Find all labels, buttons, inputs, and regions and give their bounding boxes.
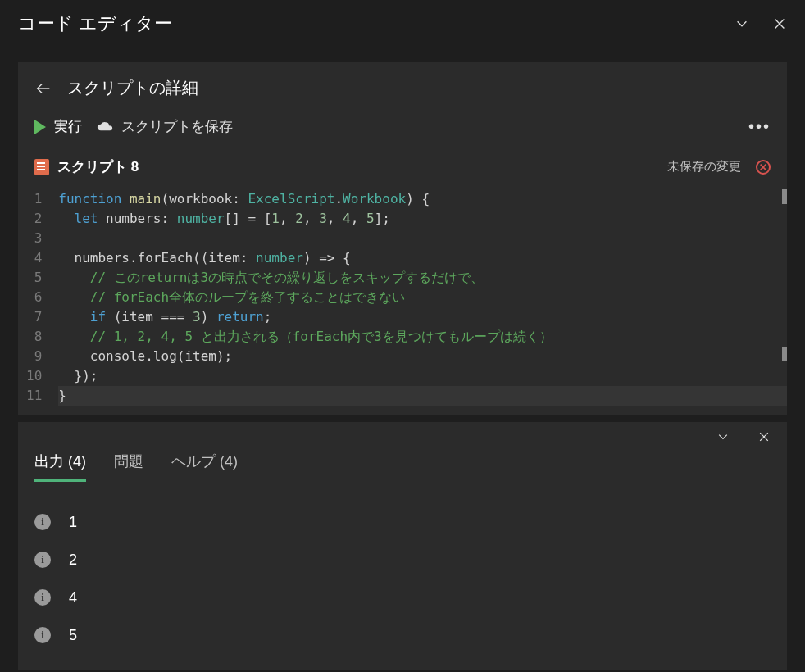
subheader: スクリプトの詳細: [18, 62, 787, 99]
app-header: コード エディター: [0, 0, 805, 48]
unsaved-close-icon[interactable]: [756, 160, 771, 175]
header-actions: [735, 16, 787, 31]
tab-problems[interactable]: 問題: [114, 452, 143, 482]
tab-output[interactable]: 出力 (4): [34, 452, 86, 482]
output-item: i1: [34, 503, 771, 541]
line-number: 10: [26, 366, 42, 386]
subheader-title: スクリプトの詳細: [67, 77, 198, 99]
line-number: 8: [26, 327, 42, 347]
panel-collapse-icon[interactable]: [716, 430, 730, 443]
line-number: 5: [26, 268, 42, 288]
tab-output-label: 出力: [34, 453, 64, 470]
line-number: 6: [26, 288, 42, 307]
output-value: 1: [69, 514, 77, 531]
line-gutter: 1234567891011: [18, 186, 53, 409]
script-file-icon: [34, 159, 49, 175]
output-item: i2: [34, 541, 771, 579]
line-number: 2: [26, 209, 42, 229]
save-script-button[interactable]: スクリプトを保存: [97, 117, 233, 136]
script-row: スクリプト 8 未保存の変更: [18, 149, 787, 186]
close-icon[interactable]: [772, 16, 787, 31]
bottom-panel: 出力 (4) 問題 ヘルプ (4) i1i2i4i5: [18, 415, 787, 670]
output-item: i5: [34, 616, 771, 654]
more-menu-icon[interactable]: •••: [748, 117, 771, 136]
code-line[interactable]: // 1, 2, 4, 5 と出力される（forEach内で3を見つけてもループ…: [58, 327, 787, 347]
bottom-tabs: 出力 (4) 問題 ヘルプ (4): [18, 443, 787, 482]
code-line[interactable]: [58, 229, 787, 248]
line-number: 9: [26, 347, 42, 366]
code-line[interactable]: if (item === 3) return;: [58, 307, 787, 327]
panel-close-icon[interactable]: [757, 430, 771, 443]
info-icon: i: [34, 552, 51, 568]
output-value: 5: [69, 627, 77, 644]
info-icon: i: [34, 514, 51, 530]
code-area[interactable]: function main(workbook: ExcelScript.Work…: [53, 186, 787, 409]
tab-output-count: 4: [73, 453, 81, 470]
output-value: 2: [69, 552, 77, 569]
tab-help[interactable]: ヘルプ (4): [171, 452, 238, 482]
toolbar: 実行 スクリプトを保存 •••: [18, 99, 787, 149]
line-number: 1: [26, 189, 42, 209]
line-number: 7: [26, 307, 42, 327]
code-line[interactable]: let numbers: number[] = [1, 2, 3, 4, 5];: [58, 209, 787, 229]
script-name: スクリプト 8: [57, 157, 139, 176]
output-list: i1i2i4i5: [18, 482, 787, 670]
save-label: スクリプトを保存: [121, 117, 233, 136]
bottom-panel-header: [18, 422, 787, 443]
code-editor[interactable]: 1234567891011 function main(workbook: Ex…: [18, 186, 787, 415]
info-icon: i: [34, 589, 51, 606]
collapse-icon[interactable]: [735, 16, 749, 31]
scroll-marker: [782, 189, 787, 204]
line-number: 11: [26, 386, 42, 406]
line-number: 4: [26, 248, 42, 268]
editor-panel: スクリプトの詳細 実行 スクリプトを保存 ••• スクリプト 8 未保存の変更 …: [18, 62, 787, 415]
scroll-marker: [782, 347, 787, 361]
unsaved-label: 未保存の変更: [667, 159, 741, 175]
code-line[interactable]: // このreturnは3の時点でその繰り返しをスキップするだけで、: [58, 268, 787, 288]
line-number: 3: [26, 229, 42, 248]
app-title: コード エディター: [18, 11, 172, 36]
code-line[interactable]: }: [58, 386, 787, 406]
cloud-save-icon: [97, 121, 113, 133]
output-item: i4: [34, 579, 771, 616]
output-value: 4: [69, 589, 77, 606]
play-icon: [34, 120, 46, 134]
back-arrow-icon[interactable]: [34, 79, 52, 98]
code-line[interactable]: });: [58, 366, 787, 386]
code-line[interactable]: numbers.forEach((item: number) => {: [58, 248, 787, 268]
run-button[interactable]: 実行: [34, 117, 82, 136]
run-label: 実行: [54, 117, 82, 136]
code-line[interactable]: // forEach全体のループを終了することはできない: [58, 288, 787, 307]
info-icon: i: [34, 627, 51, 643]
tab-help-label: ヘルプ: [171, 453, 216, 470]
code-line[interactable]: console.log(item);: [58, 347, 787, 366]
tab-help-count: 4: [225, 453, 233, 470]
code-line[interactable]: function main(workbook: ExcelScript.Work…: [58, 189, 787, 209]
